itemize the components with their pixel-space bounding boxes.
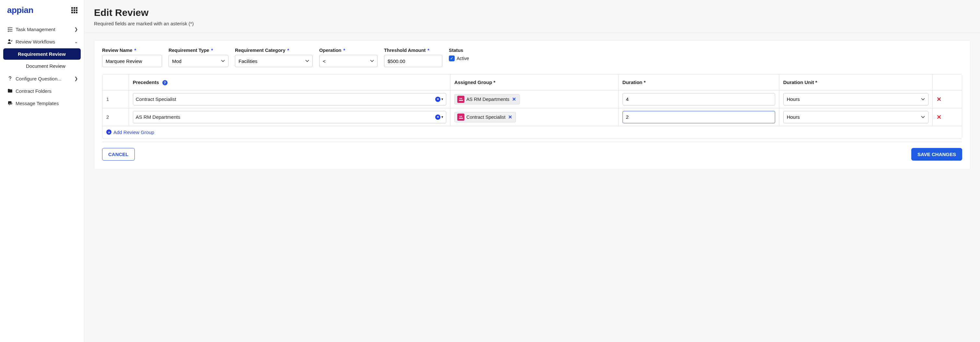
sidebar-item-label: Message Templates <box>16 101 78 106</box>
sidebar-item-contract-folders[interactable]: Contract Folders <box>0 85 84 97</box>
page-title: Edit Review <box>94 7 970 18</box>
sidebar-item-message-templates[interactable]: Message Templates <box>0 97 84 109</box>
assigned-group-label: AS RM Departments <box>466 97 509 102</box>
review-name-label: Review Name * <box>102 48 162 53</box>
page-header: Edit Review Required fields are marked w… <box>84 0 980 33</box>
clear-icon[interactable]: ✕ <box>435 115 441 120</box>
plus-icon: ＋ <box>106 129 111 135</box>
duration-unit-select[interactable]: Hours <box>783 93 929 105</box>
status-label: Status <box>449 48 469 53</box>
threshold-input[interactable] <box>384 55 442 67</box>
svg-point-4 <box>460 115 461 117</box>
add-review-group-link[interactable]: ＋ Add Review Group <box>102 126 962 138</box>
precedent-dropdown-toggle[interactable]: ✕ ▾ <box>435 97 443 102</box>
assigned-group-pill[interactable]: Contract Specialist ✕ <box>454 112 516 122</box>
status-active-label: Active <box>457 56 469 61</box>
question-icon <box>7 76 16 82</box>
svg-point-1 <box>10 80 10 80</box>
duration-input[interactable] <box>622 93 775 105</box>
review-name-input[interactable] <box>102 55 162 67</box>
precedent-select[interactable]: AS RM Departments ✕ ▾ <box>133 111 446 123</box>
sidebar-item-label: Configure Question... <box>16 76 74 82</box>
group-icon <box>457 113 465 121</box>
clear-icon[interactable]: ✕ <box>435 97 441 102</box>
table-row: 2 AS RM Departments ✕ ▾ <box>102 108 962 126</box>
save-button[interactable]: SAVE CHANGES <box>911 148 962 161</box>
precedent-dropdown-toggle[interactable]: ✕ ▾ <box>435 115 443 120</box>
duration-unit-select[interactable]: Hours <box>783 111 929 123</box>
user-check-icon <box>7 38 16 45</box>
requirement-category-label: Requirement Category * <box>235 48 313 53</box>
col-index-header <box>102 75 129 90</box>
group-icon <box>457 96 465 103</box>
precedent-value: Contract Specialist <box>136 96 433 102</box>
delete-row-icon[interactable]: ✕ <box>937 114 942 120</box>
row-index: 2 <box>102 108 129 126</box>
svg-point-3 <box>461 97 462 99</box>
sidebar-sub-requirement-review[interactable]: Requirement Review <box>3 48 81 60</box>
svg-point-5 <box>461 115 462 117</box>
sidebar-item-configure-question[interactable]: Configure Question... ❯ <box>0 72 84 85</box>
row-index: 1 <box>102 90 129 108</box>
duration-input[interactable] <box>622 111 775 123</box>
list-check-icon <box>7 26 16 32</box>
page-subtitle: Required fields are marked with an aster… <box>94 21 970 26</box>
chevron-right-icon: ❯ <box>74 76 78 81</box>
col-duration-unit-header: Duration Unit * <box>779 75 933 90</box>
remove-group-icon[interactable]: ✕ <box>508 115 513 120</box>
operation-label: Operation * <box>319 48 377 53</box>
assigned-group-pill[interactable]: AS RM Departments ✕ <box>454 94 520 104</box>
app-launcher-icon[interactable] <box>71 7 78 13</box>
review-groups-table: Precedents ? Assigned Group * Duration *… <box>102 74 962 139</box>
requirement-category-select[interactable]: Facilities <box>235 55 313 67</box>
cancel-button[interactable]: CANCEL <box>102 148 135 161</box>
table-row: 1 Contract Specialist ✕ ▾ <box>102 90 962 108</box>
assigned-group-label: Contract Specialist <box>466 115 506 120</box>
requirement-type-select[interactable]: Mod <box>169 55 229 67</box>
svg-point-0 <box>8 39 10 41</box>
col-assigned-group-header: Assigned Group * <box>450 75 618 90</box>
sidebar-item-label: Contract Folders <box>16 88 78 94</box>
status-active-checkbox[interactable]: ✓ <box>449 56 455 61</box>
sidebar-item-label: Task Management <box>16 27 74 32</box>
col-precedents-header: Precedents ? <box>129 75 450 90</box>
chevron-down-icon: ▾ <box>441 97 443 101</box>
form-card: Review Name * Requirement Type * Mod Req… <box>94 40 970 169</box>
threshold-label: Threshold Amount * <box>384 48 442 53</box>
chevron-right-icon: ❯ <box>74 27 78 32</box>
chevron-down-icon: ▾ <box>441 115 443 119</box>
sidebar: appian Task Management ❯ <box>0 0 84 342</box>
sidebar-item-review-workflows[interactable]: Review Workflows ⌄ <box>0 35 84 48</box>
folder-icon <box>7 88 16 94</box>
operation-select[interactable]: < <box>319 55 377 67</box>
main-content: Edit Review Required fields are marked w… <box>84 0 980 342</box>
precedent-value: AS RM Departments <box>136 114 433 120</box>
help-icon[interactable]: ? <box>162 80 167 85</box>
sidebar-nav: Task Management ❯ Review Workflows ⌄ Req… <box>0 21 84 109</box>
sidebar-item-label: Review Workflows <box>16 39 74 45</box>
chevron-down-icon: ⌄ <box>74 39 78 44</box>
col-delete-header <box>933 75 962 90</box>
comments-icon <box>7 100 16 106</box>
requirement-type-label: Requirement Type * <box>169 48 229 53</box>
brand-logo: appian <box>7 5 33 15</box>
sidebar-sub-document-review[interactable]: Document Review <box>3 60 81 72</box>
col-duration-header: Duration * <box>618 75 779 90</box>
sidebar-top: appian <box>0 4 84 21</box>
precedent-select[interactable]: Contract Specialist ✕ ▾ <box>133 93 446 105</box>
sidebar-item-task-management[interactable]: Task Management ❯ <box>0 23 84 35</box>
remove-group-icon[interactable]: ✕ <box>511 97 517 102</box>
svg-point-2 <box>460 97 461 99</box>
delete-row-icon[interactable]: ✕ <box>937 96 942 102</box>
